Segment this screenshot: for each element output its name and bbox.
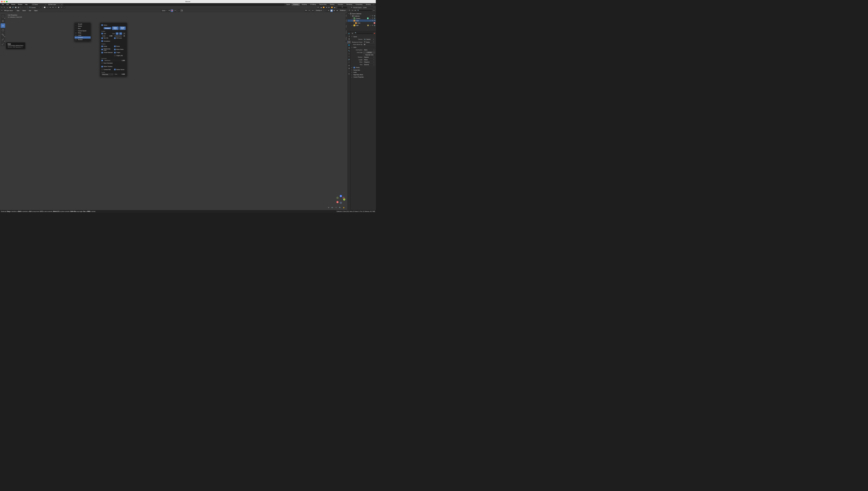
bg-scene-field[interactable]: 🎬 Scene ✕ [363,41,376,43]
measure-tool[interactable] [1,42,5,46]
visibility-toggle-icon[interactable]: 👁 [371,15,373,17]
outliner-new-collection[interactable]: ⊞ [354,9,357,12]
mass-unit-dropdown[interactable]: Kilograms▾ [363,61,376,63]
side-tab-create[interactable]: Create [346,29,347,35]
tree-light[interactable]: ▸ 💡 Light ▹ 👁 📷 [348,24,376,27]
ws-tab-texture[interactable]: Texture Paint [318,3,328,6]
tree-cube-data[interactable]: ▸ ▽ Cube [348,22,376,24]
solid-shading-button[interactable] [330,9,333,12]
tree-camera[interactable]: ▸ 📷 Camera ▹ 👁 📷 [348,17,376,19]
side-tab-view[interactable]: View [346,24,347,29]
save-icon[interactable]: 💾 [14,6,17,9]
prop-tab-world[interactable]: 🌐 [348,44,351,46]
separate-units-checkbox[interactable] [363,54,365,56]
gizmo-dropdown[interactable]: ⬚▾ [307,9,310,12]
xray-toggle[interactable]: ⬚ [325,9,327,12]
add-workspace-button[interactable]: + [372,3,376,6]
origins-checkbox[interactable] [114,52,116,53]
editor-type-icon[interactable]: ⚙ [351,32,354,35]
material-shading-button[interactable]: ◐ [333,9,336,12]
next-keyframe-button[interactable]: ⏩ [331,6,333,8]
ws-tab-sculpting[interactable]: Sculpting [300,3,308,6]
keying-sets-section-header[interactable]: ▸Keying Sets [351,69,376,71]
prop-tab-object[interactable]: ▣ [348,47,351,49]
marker-names-checkbox[interactable] [114,69,116,70]
falloff-sphere[interactable]: ⌒Sphere [74,25,91,27]
wireframe-shading-button[interactable]: ⊕ [328,9,330,12]
ws-tab-rendering[interactable]: Rendering [345,3,354,6]
menu-render[interactable]: Render [10,3,17,6]
scene-section-header[interactable]: ▾ Scene [351,35,376,38]
side-tab-redo[interactable]: Redo [346,18,347,24]
unit-system-dropdown[interactable]: Metric▾ [363,49,376,51]
annotations-checkbox[interactable] [101,40,103,42]
link-icon[interactable]: 🔗 [11,6,14,9]
view-a-icon[interactable]: ⬜ [43,6,46,9]
properties-search[interactable]: 🔍 [354,32,373,35]
minimize-window-button[interactable] [4,1,5,2]
overlays-dropdown[interactable]: Overlays ▾ [315,9,323,11]
prop-tab-tool[interactable]: 🛠 [348,73,351,76]
pan-icon[interactable]: ✋ [342,206,345,209]
view-f-icon[interactable]: ⬢ [57,6,60,9]
outliner-editor-icon[interactable]: ☰ [348,9,351,12]
prop-tab-material[interactable]: ◉ [348,64,351,67]
motion-tracking-checkbox[interactable] [101,66,103,67]
overlay-toggle[interactable]: ⊕ [311,9,314,12]
prev-keyframe-button[interactable]: ⏪ [323,6,325,8]
move-tool[interactable] [1,23,5,28]
proportional-toggle[interactable]: ○ [178,9,180,12]
visibility-toggle-icon[interactable]: 👁 [371,20,373,22]
prop-tab-data[interactable]: ▽ [348,61,351,64]
visibility-toggle-icon[interactable]: 👁 [371,18,373,19]
view-e-icon[interactable]: ✦ [55,6,57,9]
render-icon[interactable]: ☢ [317,6,320,9]
grid-scale-input[interactable]: Scale:1.000 [101,35,113,37]
gizmo-active-object-button[interactable]: Active Object [112,27,119,30]
cursor-tool[interactable] [1,19,5,23]
side-tab-display[interactable]: Display [346,35,347,42]
rotation-unit-dropdown[interactable]: Degrees▾ [363,56,376,58]
camera-dropdown[interactable]: 📷 Camera ▾ [28,6,42,8]
falloff-smooth[interactable]: ⌒Smooth [74,23,91,25]
falloff-root[interactable]: ⌒Root [74,27,91,30]
proportional-falloff-dropdown[interactable]: ⌒▾ [181,9,183,12]
outliner-display-mode[interactable]: ⬚▾ [351,9,354,12]
extras-checkbox[interactable] [101,46,103,47]
vp-menu-add[interactable]: Add [27,9,32,12]
unit-scale-input[interactable]: 1.000000 [363,51,376,54]
tree-cube[interactable]: ▾ ▽ Cube ▹ 👁 📷 [348,19,376,22]
select-toggle-icon[interactable]: ▹ [369,15,371,17]
grid-checkbox[interactable] [101,33,103,34]
scene-dropdown[interactable]: 🎬 Scene ▾ [31,3,47,6]
gizmo-checkbox[interactable] [101,24,103,26]
text-info-checkbox[interactable] [101,37,103,39]
falloff-linear[interactable]: ∧Linear [74,34,91,36]
wireframe-slider[interactable]: Wireframe:1.000 [103,60,126,61]
movie-clip-field[interactable]: 🎞 [363,44,376,46]
outline-selected-checkbox[interactable] [101,52,103,53]
close-window-button[interactable] [1,1,3,2]
falloff-random[interactable]: ⩕Random [74,38,91,41]
rigid-body-section-header[interactable]: ▸Rigid Body World [351,74,376,76]
visibility-dropdown[interactable]: 👁▾ [305,9,307,12]
play-reverse-button[interactable]: ◀ [325,6,328,8]
tool-b-icon[interactable]: ⬚ [24,6,27,9]
prop-tab-particles[interactable]: ✦ [348,52,351,55]
annotate-tool[interactable] [1,37,5,41]
clear-icon[interactable]: ✕ [373,38,374,40]
custom-properties-section-header[interactable]: ▸Custom Properties [351,76,376,78]
image-icon[interactable]: 🖼 [17,6,20,9]
length-unit-dropdown[interactable]: Meters▾ [363,58,376,61]
prop-tab-texture[interactable]: ▦ [348,67,351,70]
tracks-size-input[interactable]: Size:0.200 [114,74,126,76]
snap-toggle-button[interactable]: 🧲 [171,9,173,12]
shading-dropdown[interactable]: Shading ▾ [339,9,347,11]
frame-input[interactable]: 1 [337,6,347,8]
ws-tab-scripting[interactable]: Scripting [364,3,372,6]
render-toggle-icon[interactable]: 📷 [373,15,376,17]
prop-tab-scene[interactable]: 🎬 [348,40,351,44]
cursor-icon[interactable]: ↖ [1,6,3,9]
falloff-sharp[interactable]: ∧Sharp [74,32,91,34]
gizmo-active-tools-button[interactable]: Active Tools [120,27,126,30]
